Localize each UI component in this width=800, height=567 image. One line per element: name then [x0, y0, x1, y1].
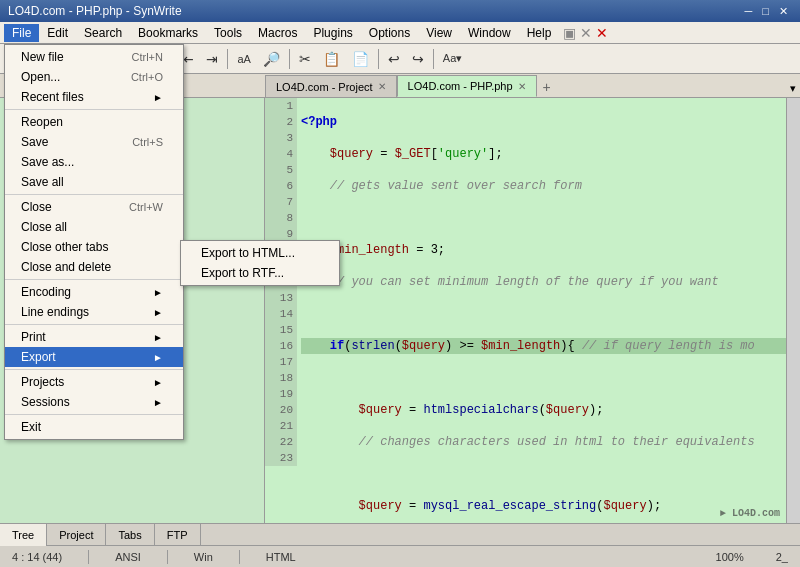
menu-close[interactable]: Close Ctrl+W — [5, 197, 183, 217]
menu-reopen[interactable]: Reopen — [5, 112, 183, 132]
export-rtf[interactable]: Export to RTF... — [181, 263, 339, 283]
menu-new-file[interactable]: New file Ctrl+N — [5, 47, 183, 67]
menu-exit[interactable]: Exit — [5, 417, 183, 437]
export-submenu: Export to HTML... Export to RTF... — [180, 240, 340, 286]
menu-sessions[interactable]: Sessions ► — [5, 392, 183, 412]
menu-close-other-tabs[interactable]: Close other tabs — [5, 237, 183, 257]
menu-open[interactable]: Open... Ctrl+O — [5, 67, 183, 87]
file-menu-dropdown: New file Ctrl+N Open... Ctrl+O Recent fi… — [4, 44, 184, 440]
export-html[interactable]: Export to HTML... — [181, 243, 339, 263]
menu-save-as[interactable]: Save as... — [5, 152, 183, 172]
menu-recent-files[interactable]: Recent files ► — [5, 87, 183, 107]
menu-overlay[interactable]: New file Ctrl+N Open... Ctrl+O Recent fi… — [0, 0, 800, 567]
menu-line-endings[interactable]: Line endings ► — [5, 302, 183, 322]
menu-save-all[interactable]: Save all — [5, 172, 183, 192]
menu-save[interactable]: Save Ctrl+S — [5, 132, 183, 152]
menu-export[interactable]: Export ► — [5, 347, 183, 367]
menu-projects[interactable]: Projects ► — [5, 372, 183, 392]
menu-close-delete[interactable]: Close and delete — [5, 257, 183, 277]
menu-close-all[interactable]: Close all — [5, 217, 183, 237]
menu-encoding[interactable]: Encoding ► — [5, 282, 183, 302]
menu-print[interactable]: Print ► — [5, 327, 183, 347]
